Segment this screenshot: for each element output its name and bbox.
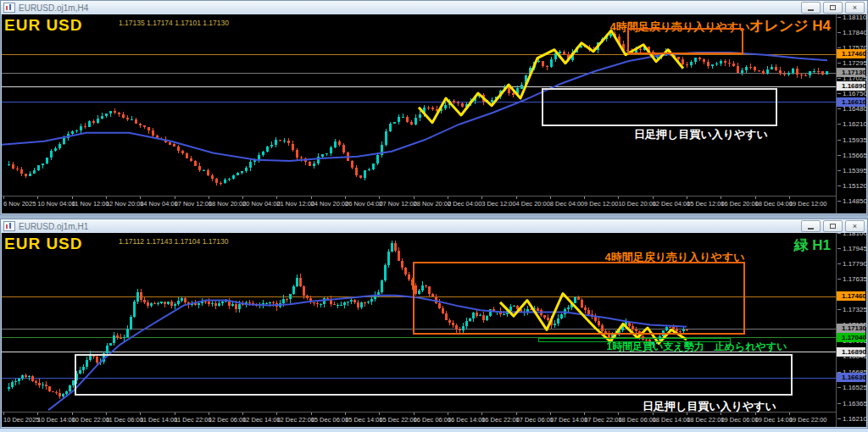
time-label: 15 Dec 06:00 xyxy=(311,416,349,424)
buy-zone-note[interactable]: 日足押し目買い入りやすい xyxy=(625,127,777,142)
time-label: 27 Nov 12:00 xyxy=(379,200,417,208)
symbol-label: EUR USD xyxy=(4,16,83,35)
time-label: 17 Dec 22:00 xyxy=(584,416,622,424)
time-label: 24 Nov 20:00 xyxy=(311,200,349,208)
price-tick: 1.17295 xyxy=(837,59,866,68)
time-label: 17 Dec 06:00 xyxy=(516,416,554,424)
price-tick: 1.17840 xyxy=(837,29,866,37)
time-label: 15 Dec 22:00 xyxy=(379,416,417,424)
price-level-orange: 1.17460 xyxy=(837,291,865,301)
price-tick: 1.15120 xyxy=(837,182,866,191)
chart-file-icon xyxy=(3,3,15,13)
time-label: 4 Dec 20:00 xyxy=(516,200,550,208)
symbol-label: EUR USD xyxy=(4,235,83,253)
price-tick: 1.15665 xyxy=(837,152,866,160)
corner-label-h4: オレンジ H4 xyxy=(749,16,831,36)
time-label: 26 Nov 04:00 xyxy=(345,200,383,208)
time-label: 19 Dec 06:00 xyxy=(721,416,759,424)
time-label: 17 Dec 14:00 xyxy=(550,416,588,424)
ohlc-readout: 1.17112 1.17143 1.17104 1.17130 xyxy=(119,237,228,246)
chart-window-h1: EURUSD.oj1m,H1 × 1.181001.179451.177901.… xyxy=(0,219,868,429)
price-level-green: 1.17040 xyxy=(837,333,865,342)
window-title: EURUSD.oj1m,H1 xyxy=(19,222,88,231)
price-level-blue: 1.16610 xyxy=(837,97,865,107)
price-level-bid: 1.17130 xyxy=(837,68,865,77)
window-title: EURUSD.oj1m,H4 xyxy=(19,3,88,13)
time-label: 18 Dec 22:00 xyxy=(687,416,725,424)
time-label: 16 Dec 06:00 xyxy=(414,416,452,424)
time-label: 2 Dec 04:00 xyxy=(448,200,481,208)
price-level-white: 1.16890 xyxy=(837,347,865,357)
time-label: 28 Nov 20:00 xyxy=(414,200,452,208)
time-label: 18 Nov 20:00 xyxy=(209,200,247,208)
time-label: 6 Nov 2025 xyxy=(3,200,36,208)
price-tick: 1.17790 xyxy=(837,260,866,269)
price-tick: 1.14850 xyxy=(837,197,866,206)
restore-icon[interactable] xyxy=(823,220,843,232)
window-titlebar[interactable]: EURUSD.oj1m,H1 × xyxy=(1,219,867,233)
mdi-bottom-strip xyxy=(0,429,868,432)
time-label: 15 Dec 14:00 xyxy=(345,416,383,424)
time-label: 3 Dec 12:00 xyxy=(481,200,515,208)
time-label: 8 Dec 04:00 xyxy=(550,200,584,208)
price-level-orange: 1.17460 xyxy=(837,49,865,58)
price-tick: 1.16365 xyxy=(837,400,866,408)
time-label: 12 Dec 04:00 xyxy=(653,200,691,208)
buy-zone-rect[interactable] xyxy=(542,88,777,126)
time-label: 12 Dec 06:00 xyxy=(209,416,247,424)
price-level-white: 1.16890 xyxy=(837,81,865,91)
sell-zone-rect[interactable] xyxy=(627,28,743,54)
price-tick: 1.15935 xyxy=(837,136,866,145)
window-titlebar[interactable]: EURUSD.oj1m,H4 × xyxy=(1,1,867,14)
time-label: 16 Dec 20:00 xyxy=(721,200,759,208)
time-label: 17 Nov 12:00 xyxy=(175,200,213,208)
price-tick: 1.17325 xyxy=(837,306,866,314)
time-label: 14 Nov 04:00 xyxy=(140,200,178,208)
time-label: 10 Dec 2025 xyxy=(3,416,40,424)
chart-file-icon xyxy=(3,221,15,231)
time-label: 15 Dec 12:00 xyxy=(687,200,725,208)
time-label: 12 Dec 14:00 xyxy=(242,416,281,424)
time-label: 19 Dec 14:00 xyxy=(755,416,793,424)
price-tick: 1.16525 xyxy=(837,384,866,392)
price-level-blue: 1.16630 xyxy=(837,373,865,382)
sell-zone-rect[interactable] xyxy=(413,262,745,335)
close-icon[interactable]: × xyxy=(845,2,865,14)
close-icon[interactable]: × xyxy=(845,220,865,232)
time-label: 18 Dec 14:00 xyxy=(653,416,691,424)
price-axis[interactable]: 1.181101.178401.175701.172951.170251.167… xyxy=(836,14,866,213)
time-label: 10 Nov 04:00 xyxy=(37,200,75,208)
time-label: 16 Dec 14:00 xyxy=(448,416,486,424)
time-label: 18 Dec 06:00 xyxy=(618,416,656,424)
price-tick: 1.17945 xyxy=(837,245,866,253)
time-label: 11 Nov 12:00 xyxy=(72,200,109,208)
price-tick: 1.18110 xyxy=(837,14,866,22)
minimize-icon[interactable] xyxy=(801,2,821,14)
restore-icon[interactable] xyxy=(823,2,843,14)
time-axis[interactable]: 6 Nov 202510 Nov 04:0011 Nov 12:0012 Nov… xyxy=(2,196,836,213)
time-label: 11 Dec 22:00 xyxy=(175,416,212,424)
buy-zone-rect[interactable] xyxy=(75,354,793,396)
time-label: 19 Dec 22:00 xyxy=(789,416,827,424)
time-label: 10 Dec 22:00 xyxy=(72,416,110,424)
price-axis[interactable]: 1.181001.179451.177901.176351.173251.171… xyxy=(836,233,866,427)
minimize-icon[interactable] xyxy=(801,220,821,232)
price-tick: 1.18100 xyxy=(837,233,866,238)
time-label: 21 Nov 12:00 xyxy=(276,200,314,208)
time-label: 10 Dec 14:00 xyxy=(37,416,75,424)
time-label: 9 Dec 12:00 xyxy=(584,200,618,208)
price-level-bid: 1.17130 xyxy=(837,324,865,333)
time-label: 19 Dec 12:00 xyxy=(789,200,827,208)
price-tick: 1.16210 xyxy=(837,415,866,424)
time-label: 11 Dec 06:00 xyxy=(106,416,143,424)
price-tick: 1.16210 xyxy=(837,120,866,129)
price-tick: 1.15395 xyxy=(837,167,866,175)
support-note[interactable]: 1時間足買い支え勢力 止められやすい xyxy=(595,340,798,354)
ohlc-readout: 1.17135 1.17174 1.17101 1.17130 xyxy=(119,19,229,27)
time-label: 12 Nov 20:00 xyxy=(106,200,144,208)
chart-window-h4: EURUSD.oj1m,H4 × 1.181101.178401.175701.… xyxy=(0,0,868,215)
time-label: 10 Dec 20:00 xyxy=(618,200,656,208)
time-label: 11 Dec 14:00 xyxy=(140,416,177,424)
time-label: 16 Dec 22:00 xyxy=(481,416,520,424)
buy-zone-note[interactable]: 日足押し目買い入りやすい xyxy=(633,399,786,414)
